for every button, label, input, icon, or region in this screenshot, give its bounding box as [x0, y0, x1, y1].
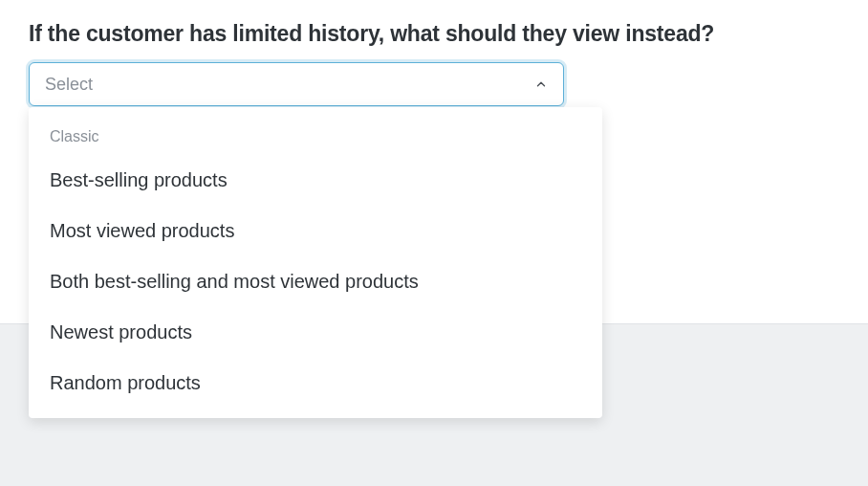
- fallback-product-select[interactable]: Select: [29, 62, 564, 106]
- dropdown-panel: Classic Best-selling products Most viewe…: [29, 107, 602, 418]
- form-container: If the customer has limited history, wha…: [0, 0, 868, 127]
- chevron-up-icon: [534, 77, 548, 91]
- question-label: If the customer has limited history, wha…: [29, 21, 839, 47]
- dropdown-option-both[interactable]: Both best-selling and most viewed produc…: [29, 256, 602, 307]
- dropdown-group-label: Classic: [29, 121, 602, 155]
- select-placeholder: Select: [45, 75, 93, 95]
- dropdown-option-newest[interactable]: Newest products: [29, 307, 602, 358]
- dropdown-option-random[interactable]: Random products: [29, 358, 602, 409]
- dropdown-option-most-viewed[interactable]: Most viewed products: [29, 206, 602, 256]
- dropdown-option-best-selling[interactable]: Best-selling products: [29, 155, 602, 206]
